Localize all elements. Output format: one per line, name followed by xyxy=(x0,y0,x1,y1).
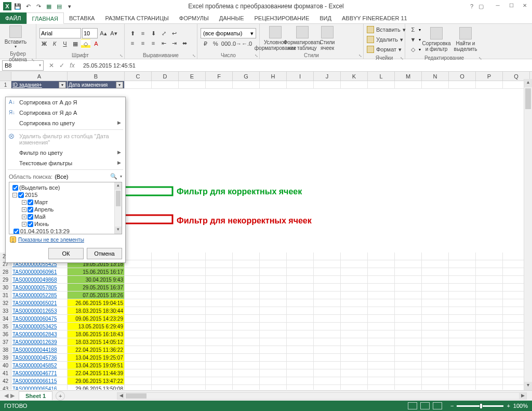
cell-date[interactable]: 18.03.2015 18:30:44 xyxy=(68,307,125,315)
row-header[interactable]: 33 xyxy=(0,307,11,315)
tab-abbyy[interactable]: ABBYY FineReader 11 xyxy=(337,12,413,24)
inc-decimal-icon[interactable]: .0→ xyxy=(232,39,241,48)
column-header[interactable]: L xyxy=(368,72,395,81)
column-header[interactable]: C xyxy=(125,72,152,81)
collapse-icon[interactable]: − xyxy=(12,193,17,197)
filter-values-tree[interactable]: (Выделить все) −2015 +Март+Апрель+Май+Ию… xyxy=(9,182,122,234)
dec-decimal-icon[interactable]: ←.0 xyxy=(242,39,251,48)
font-name-input[interactable] xyxy=(39,28,81,38)
month-checkbox[interactable] xyxy=(28,221,33,227)
column-header[interactable]: E xyxy=(179,72,206,81)
find-select-button[interactable]: Найти и выделить xyxy=(452,27,479,52)
row-header[interactable]: 30 xyxy=(0,284,11,291)
zoom-slider[interactable] xyxy=(457,405,503,407)
delete-cells-button[interactable]: Удалить ▾ xyxy=(367,35,406,44)
border-icon[interactable]: ▦ xyxy=(71,39,80,48)
chevron-down-icon[interactable]: ▾ xyxy=(120,174,122,179)
align-left-icon[interactable]: ≡ xyxy=(128,38,137,48)
new-sheet-button[interactable]: + xyxy=(56,391,65,401)
tab-file[interactable]: ФАЙЛ xyxy=(0,12,26,24)
row-header[interactable]: 36 xyxy=(0,330,11,338)
cancel-fx-icon[interactable]: ✕ xyxy=(47,61,56,70)
cell-date[interactable]: 15.06.2015 16:17 xyxy=(68,268,125,276)
qat-icon[interactable]: ▤ xyxy=(55,2,63,10)
cell-id[interactable]: TAS000000012653 xyxy=(11,307,68,315)
row-header[interactable]: 1 xyxy=(0,81,11,89)
sheet-nav-prev-icon[interactable]: ◀ xyxy=(4,392,8,399)
cell-id[interactable]: TAS000000046771 xyxy=(11,369,68,377)
column-header[interactable]: M xyxy=(395,72,422,81)
tab-view[interactable]: ВИД xyxy=(314,12,337,24)
merge-icon[interactable]: ⬌ xyxy=(180,38,189,48)
row-header[interactable]: 31 xyxy=(0,291,11,299)
tab-insert[interactable]: ВСТАВКА xyxy=(64,12,100,24)
sort-za-item[interactable]: Я↓Сортировка от Я до А xyxy=(6,108,125,118)
font-color-icon[interactable]: A xyxy=(91,39,101,48)
underline-icon[interactable]: Ч xyxy=(60,39,70,48)
formula-input[interactable]: 25.05.2015 12:45:51 xyxy=(80,62,532,69)
not-all-shown-link[interactable]: !Показаны не все элементы xyxy=(6,234,125,245)
row-header[interactable]: 34 xyxy=(0,315,11,323)
row-header[interactable]: 37 xyxy=(0,338,11,346)
cell-id[interactable]: TAS000000066115 xyxy=(11,377,68,385)
cell-id[interactable]: TAS000000045852 xyxy=(11,362,68,369)
cell-date[interactable]: 29.06.2015 13:50:08 xyxy=(68,385,125,390)
cell-date[interactable]: 22.04.2015 11:36:22 xyxy=(68,346,125,354)
fx-icon[interactable]: fx xyxy=(68,61,77,70)
comma-icon[interactable]: 000 xyxy=(221,39,231,48)
table-header-a[interactable]: ID задания+▾ xyxy=(11,81,68,89)
cell-id[interactable]: TAS000000012639 xyxy=(11,338,68,346)
cell-date[interactable]: 26.06.2015 19:04:15 xyxy=(68,299,125,307)
wrap-text-icon[interactable]: ↩ xyxy=(169,29,179,38)
row-header[interactable]: 42 xyxy=(0,377,11,385)
row-header[interactable]: 39 xyxy=(0,354,11,362)
tab-home[interactable]: ГЛАВНАЯ xyxy=(26,12,64,24)
month-checkbox[interactable] xyxy=(28,207,33,213)
autosum-icon[interactable]: Σ xyxy=(408,25,418,34)
align-middle-icon[interactable]: ≡ xyxy=(138,29,148,38)
align-right-icon[interactable]: ≡ xyxy=(149,38,158,48)
fill-color-icon[interactable]: ◇ xyxy=(81,39,90,48)
column-header[interactable]: K xyxy=(341,72,368,81)
currency-icon[interactable]: ₽ xyxy=(201,39,210,48)
search-icon[interactable]: 🔍 xyxy=(110,173,118,180)
undo-icon[interactable]: ↶ xyxy=(24,2,32,10)
sort-az-item[interactable]: A↓Сортировка от А до Я xyxy=(6,97,125,108)
year-checkbox[interactable] xyxy=(18,192,24,198)
tree-scrollbar[interactable]: ▴▾ xyxy=(114,182,122,234)
number-format-select[interactable]: (все форматы)▾ xyxy=(201,28,256,38)
expand-icon[interactable]: + xyxy=(22,215,26,219)
select-all-corner[interactable] xyxy=(0,72,11,81)
tab-data[interactable]: ДАННЫЕ xyxy=(214,12,249,24)
maximize-icon[interactable]: ☐ xyxy=(505,1,517,9)
page-break-view-icon[interactable] xyxy=(433,402,442,409)
ribbon-options-icon[interactable]: ▢ xyxy=(477,2,485,10)
tab-formulas[interactable]: ФОРМУЛЫ xyxy=(174,12,214,24)
cell-id[interactable]: TAS000000045736 xyxy=(11,354,68,362)
increase-font-icon[interactable]: A▴ xyxy=(99,29,108,38)
row-header[interactable]: 38 xyxy=(0,346,11,354)
column-header[interactable]: O xyxy=(449,72,476,81)
cell-id[interactable]: TAS000000060475 xyxy=(11,315,68,323)
cancel-button[interactable]: Отмена xyxy=(87,248,122,259)
insert-cells-button[interactable]: Вставить ▾ xyxy=(367,25,406,34)
zoom-in-icon[interactable]: + xyxy=(507,403,510,409)
zoom-out-icon[interactable]: − xyxy=(450,403,454,409)
bold-icon[interactable]: Ж xyxy=(39,39,49,48)
expand-icon[interactable]: + xyxy=(22,200,26,205)
cell-date[interactable]: 09.06.2015 14:23:29 xyxy=(68,315,125,323)
column-header[interactable]: J xyxy=(314,72,341,81)
sort-color-item[interactable]: Сортировка по цвету▶ xyxy=(6,118,125,128)
zoom-level[interactable]: 100% xyxy=(513,403,528,409)
row-header[interactable]: 28 xyxy=(0,268,11,276)
cell-date[interactable]: 13.04.2015 19:09:51 xyxy=(68,362,125,369)
sheet-nav-next-icon[interactable]: ▶ xyxy=(10,392,15,399)
cell-date[interactable]: 07.05.2015 18:26 xyxy=(68,291,125,299)
date-checkbox[interactable] xyxy=(14,229,19,234)
cell-date[interactable]: 18.03.2015 14:05:12 xyxy=(68,338,125,346)
table-header-b[interactable]: Дата изменения▾ xyxy=(68,81,125,89)
align-top-icon[interactable]: ⬆ xyxy=(128,29,137,38)
select-all-checkbox[interactable] xyxy=(12,185,18,191)
filter-button-icon[interactable]: ▾ xyxy=(59,82,66,88)
cell-date[interactable]: 30.04.2015 9:43 xyxy=(68,276,125,284)
